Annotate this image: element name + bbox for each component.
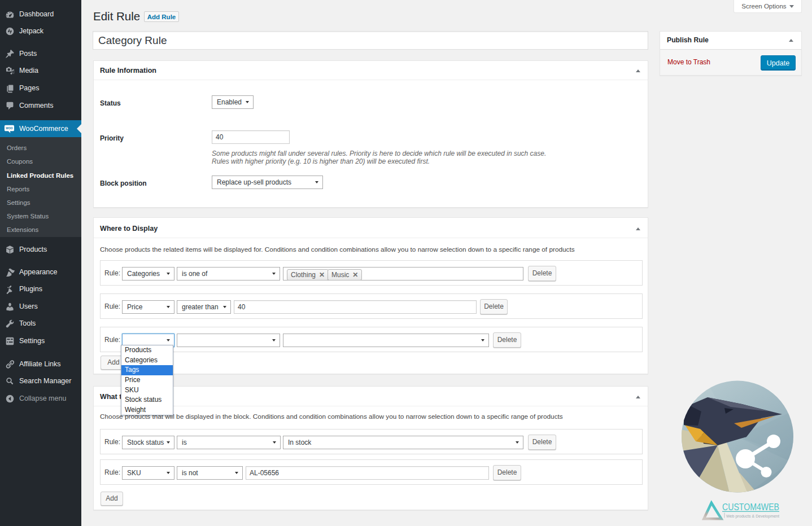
svg-text:Web products & Development: Web products & Development [726, 514, 780, 519]
svg-text:WOO: WOO [6, 127, 12, 130]
svg-text:CUSTOM4WEB: CUSTOM4WEB [722, 502, 779, 512]
